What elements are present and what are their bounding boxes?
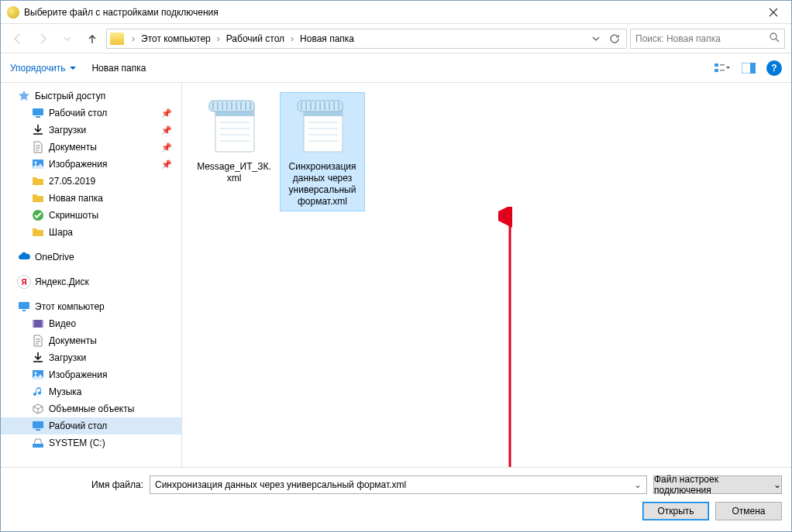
svg-rect-13	[22, 310, 26, 311]
back-button[interactable]	[7, 29, 29, 48]
svg-rect-8	[36, 116, 40, 118]
new-folder-button[interactable]: Новая папка	[91, 63, 146, 74]
sidebar-item-downloads1[interactable]: Загрузки📌	[1, 122, 181, 139]
pics-icon	[32, 158, 44, 170]
sidebar-item-date[interactable]: 27.05.2019	[1, 173, 181, 190]
filename-label: Имя файла:	[10, 479, 143, 490]
pics-icon	[32, 369, 44, 381]
pin-icon: 📌	[161, 160, 172, 170]
sidebar-label: Этот компьютер	[35, 301, 105, 312]
view-menu-button[interactable]	[714, 60, 731, 77]
close-button[interactable]	[756, 1, 791, 24]
sidebar-item-quick[interactable]: Быстрый доступ	[1, 88, 181, 105]
sidebar-label: Объемные объекты	[49, 403, 134, 414]
svg-rect-16	[42, 320, 43, 328]
svg-rect-15	[33, 320, 34, 328]
sidebar-label: 27.05.2019	[49, 176, 95, 187]
organize-label: Упорядочить	[10, 63, 65, 74]
chevron-down-icon: ⌄	[634, 479, 642, 490]
address-bar[interactable]: › Этот компьютер › Рабочий стол › Новая …	[106, 29, 627, 49]
sidebar-label: Рабочий стол	[49, 420, 107, 431]
sidebar-label: SYSTEM (C:)	[49, 438, 105, 448]
search-icon	[769, 32, 780, 45]
check-icon	[32, 209, 44, 221]
sidebar-item-vol[interactable]: Объемные объекты	[1, 400, 181, 417]
svg-rect-6	[750, 63, 756, 74]
folder-icon	[32, 175, 44, 187]
refresh-icon	[609, 33, 620, 44]
preview-pane-button[interactable]	[740, 60, 757, 77]
view-icon	[715, 62, 730, 74]
sidebar-item-docs1[interactable]: Документы📌	[1, 139, 181, 156]
open-button[interactable]: Открыть	[642, 502, 709, 520]
sidebar-label: Музыка	[49, 386, 81, 397]
svg-rect-20	[36, 429, 40, 431]
sidebar-item-desktop2[interactable]: Рабочий стол	[1, 417, 181, 434]
chevron-down-icon	[592, 35, 600, 43]
svg-point-18	[35, 372, 37, 375]
recent-dropdown[interactable]	[57, 29, 78, 48]
desktop-icon	[32, 107, 44, 119]
window-title: Выберите файл с настройками подключения	[24, 7, 756, 18]
svg-rect-14	[33, 320, 43, 328]
sidebar-label: OneDrive	[35, 252, 74, 263]
help-button[interactable]: ?	[766, 60, 782, 76]
sidebar-item-pics1[interactable]: Изображения📌	[1, 156, 181, 173]
breadcrumb-2[interactable]: Новая папка	[297, 32, 357, 46]
breadcrumb-1[interactable]: Рабочий стол	[223, 32, 288, 46]
music-icon	[32, 386, 44, 398]
filetype-combo[interactable]: Файл настроек подключения ⌄	[653, 475, 782, 494]
sidebar-item-thispc[interactable]: Этот компьютер	[1, 298, 181, 315]
file-item[interactable]: Синхронизация данных через универсальный…	[280, 92, 365, 211]
sidebar-label: Шара	[49, 227, 73, 238]
folder-icon	[110, 33, 124, 45]
file-item[interactable]: Message_ИТ_ЗК.xml	[191, 92, 277, 188]
sidebar-label: Новая папка	[49, 193, 103, 204]
sidebar-label: Изображения	[49, 369, 107, 380]
svg-rect-2	[715, 69, 718, 72]
filetype-label: Файл настроек подключения	[654, 474, 770, 496]
sidebar-item-newf[interactable]: Новая папка	[1, 190, 181, 207]
up-button[interactable]	[81, 29, 103, 48]
chevron-right-icon: ›	[129, 33, 138, 44]
cancel-button[interactable]: Отмена	[715, 502, 782, 520]
sidebar-label: Документы	[49, 335, 97, 346]
address-dropdown[interactable]	[587, 30, 604, 47]
pc-icon	[18, 300, 30, 313]
download-icon	[32, 124, 44, 136]
sidebar-item-pics2[interactable]: Изображения	[1, 366, 181, 383]
sidebar-item-shots[interactable]: Скриншоты	[1, 207, 181, 224]
sidebar-item-onedrive[interactable]: OneDrive	[1, 249, 181, 266]
docs-icon	[32, 141, 44, 153]
download-icon	[32, 352, 44, 364]
sidebar-item-shara[interactable]: Шара	[1, 224, 181, 241]
navigation-tree: Быстрый доступРабочий стол📌Загрузки📌Доку…	[1, 83, 182, 467]
chevron-right-icon: ›	[288, 33, 297, 44]
star-icon	[18, 90, 30, 102]
chevron-down-icon	[64, 35, 71, 43]
organize-button[interactable]: Упорядочить	[10, 63, 76, 74]
sidebar-item-downloads2[interactable]: Загрузки	[1, 349, 181, 366]
sidebar-item-sysc[interactable]: SYSTEM (C:)	[1, 434, 181, 451]
forward-button[interactable]	[32, 29, 53, 48]
pin-icon: 📌	[161, 125, 172, 136]
folder-icon	[32, 226, 44, 239]
refresh-button[interactable]	[606, 30, 623, 47]
sidebar-item-video[interactable]: Видео	[1, 315, 181, 332]
filename-combo[interactable]: Синхронизация данных через универсальный…	[150, 475, 647, 494]
pin-icon: 📌	[161, 142, 172, 153]
sidebar-label: Загрузки	[49, 352, 86, 363]
xml-file-icon	[203, 96, 265, 158]
sidebar-item-docs2[interactable]: Документы	[1, 332, 181, 349]
breadcrumb-0[interactable]: Этот компьютер	[138, 32, 214, 46]
search-placeholder: Поиск: Новая папка	[635, 33, 721, 44]
svg-rect-21	[33, 444, 43, 448]
sidebar-item-desktop1[interactable]: Рабочий стол📌	[1, 105, 181, 122]
back-arrow-icon	[12, 33, 24, 45]
svg-rect-3	[720, 64, 725, 66]
desktop-icon	[32, 420, 44, 432]
file-pane: Message_ИТ_ЗК.xml Синхронизация данных ч…	[182, 83, 791, 467]
search-input[interactable]: Поиск: Новая папка	[630, 29, 785, 49]
sidebar-item-yandex[interactable]: ЯЯндекс.Диск	[1, 273, 181, 290]
sidebar-item-music[interactable]: Музыка	[1, 383, 181, 400]
